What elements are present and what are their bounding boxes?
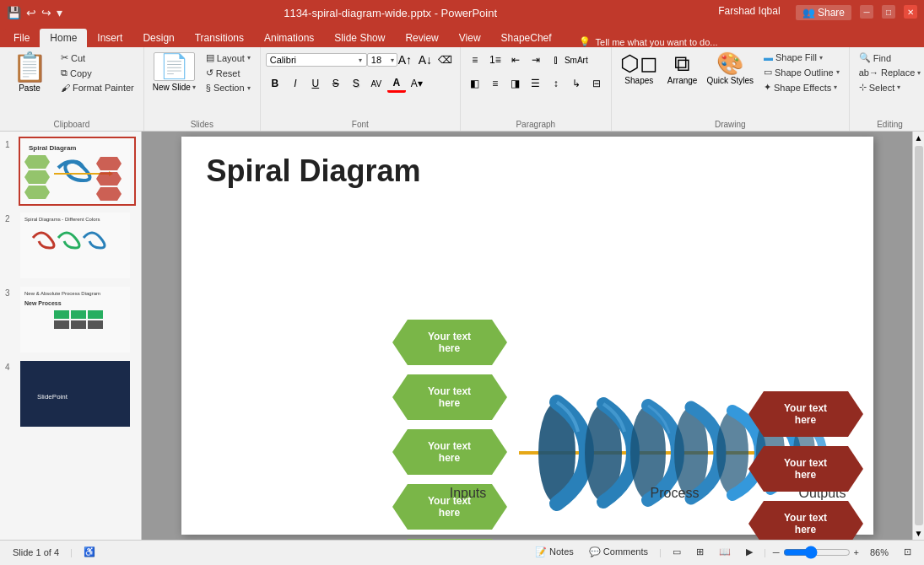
text-direction-button[interactable]: ↳ [567,74,586,93]
slide-thumb-3[interactable]: 3 New & Absolute Process Diagram New Pro… [5,285,136,354]
minimize-button[interactable]: ─ [860,5,873,19]
input-shape-3[interactable]: Your texthere [391,428,509,476]
scroll-down-button[interactable]: ▼ [915,529,923,538]
layout-button[interactable]: ▤ Layout ▾ [202,51,255,65]
tab-insert[interactable]: Insert [87,29,132,47]
shape-outline-button[interactable]: ▭ Shape Outline ▾ [759,65,844,79]
output-shape-2[interactable]: Your texthere [747,444,865,493]
strikethrough-button[interactable]: S [327,74,345,93]
cut-button[interactable]: ✂ Cut [57,51,138,65]
font-color-button[interactable]: A [387,74,406,93]
share-button[interactable]: 👥 Share [796,5,851,20]
char-spacing-button[interactable]: AV [367,74,386,93]
font-name-input[interactable] [266,53,367,67]
input-text-2: Your texthere [428,385,471,409]
smart-art-button[interactable]: SmArt [567,51,586,69]
reading-view-button[interactable]: 📖 [715,545,735,559]
shadow-button[interactable]: S [347,74,365,93]
zoom-out-button[interactable]: ─ [773,547,780,557]
select-button[interactable]: ⊹ Select ▾ [855,80,924,94]
save-icon[interactable]: 💾 [7,6,21,19]
lightbulb-icon: 💡 [579,36,591,47]
find-icon: 🔍 [859,52,871,63]
slide-thumb-4[interactable]: 4 SlidePoint [5,359,136,428]
tab-review[interactable]: Review [395,29,448,47]
tab-transitions[interactable]: Transitions [185,29,254,47]
slide-thumb-2[interactable]: 2 Spiral Diagrams - Different Colors [5,211,136,280]
tell-me[interactable]: 💡 Tell me what you want to do... [579,36,718,47]
ribbon-tabs: File Home Insert Design Transitions Anim… [0,25,924,47]
tab-slideshow[interactable]: Slide Show [324,29,395,47]
line-spacing-button[interactable]: ↕ [547,74,565,93]
process-label: Process [624,486,726,501]
input-shape-2[interactable]: Your texthere [391,373,509,422]
format-painter-button[interactable]: 🖌 Format Painter [57,81,138,94]
shapes-button[interactable]: ⬡◻ Shapes [617,51,662,87]
arrange-icon: ⧉ [674,52,690,74]
arrange-button[interactable]: ⧉ Arrange [664,51,701,87]
decrease-font-button[interactable]: A↓ [416,51,435,69]
align-center-button[interactable]: ≡ [486,74,505,93]
decrease-indent-button[interactable]: ⇤ [506,51,525,69]
paste-icon: 📋 [5,51,54,83]
user-name: Farshad Iqbal [718,5,780,20]
tab-file[interactable]: File [3,29,40,47]
replace-button[interactable]: ab→ Replace ▾ [855,66,924,79]
text-align-button[interactable]: ⊟ [587,74,606,93]
slides-label: Slides [149,120,255,129]
fit-slide-button[interactable]: ⊡ [900,545,916,559]
shape-fill-button[interactable]: ▬ Shape Fill ▾ [759,51,844,64]
paste-button[interactable]: 📋 Paste [5,51,54,93]
redo-icon[interactable]: ↪ [41,6,51,19]
zoom-slider[interactable]: ─ + [773,546,859,559]
align-right-button[interactable]: ◨ [506,74,525,93]
restore-button[interactable]: □ [882,5,895,19]
shape-effects-button[interactable]: ✦ Shape Effects ▾ [759,80,844,94]
tab-view[interactable]: View [449,29,491,47]
slideshow-button[interactable]: ▶ [742,545,757,559]
tab-shapechef[interactable]: ShapeChef [491,29,562,47]
section-button[interactable]: § Section ▾ [202,81,255,94]
find-button[interactable]: 🔍 Find [855,51,924,65]
output-shape-1[interactable]: Your texthere [747,390,865,439]
reset-button[interactable]: ↺ Reset [202,66,255,80]
copy-icon: ⧉ [61,67,68,78]
align-left-button[interactable]: ◧ [466,74,484,93]
zoom-range-input[interactable] [783,546,851,559]
close-button[interactable]: ✕ [904,5,917,19]
quick-styles-button[interactable]: 🎨 Quick Styles [703,51,757,87]
input-shape-1[interactable]: Your texthere [391,318,509,367]
zoom-in-button[interactable]: + [854,547,859,557]
tab-home[interactable]: Home [40,29,87,47]
notes-button[interactable]: 📝 Notes [531,545,578,559]
increase-font-button[interactable]: A↑ [396,51,414,69]
slide-sorter-button[interactable]: ⊞ [692,545,708,559]
slide-thumb-1[interactable]: 1 Spiral Diagram [5,137,136,206]
italic-button[interactable]: I [286,74,305,93]
comments-button[interactable]: 💬 Comments [585,545,652,559]
main-area: 1 Spiral Diagram [0,132,924,540]
bullet-list-button[interactable]: ≡ [466,51,484,69]
columns-button[interactable]: ⫿ [547,51,565,69]
customize-icon[interactable]: ▾ [57,6,62,19]
increase-indent-button[interactable]: ⇥ [527,51,545,69]
text-highlight-button[interactable]: A▾ [408,74,426,93]
scroll-thumb[interactable] [915,146,923,525]
copy-button[interactable]: ⧉ Copy [57,66,138,80]
undo-icon[interactable]: ↩ [26,6,36,19]
accessibility-button[interactable]: ♿ [79,545,100,559]
underline-button[interactable]: U [306,74,325,93]
numbered-list-button[interactable]: 1≡ [486,51,505,69]
scroll-up-button[interactable]: ▲ [915,133,923,143]
clear-format-button[interactable]: ⌫ [436,51,455,69]
tab-animations[interactable]: Animations [254,29,324,47]
right-scrollbar[interactable]: ▲ ▼ [912,132,924,540]
input-shape-5[interactable]: Your texthere [391,537,509,540]
justify-button[interactable]: ☰ [527,74,545,93]
output-shape-3[interactable]: Your texthere [747,499,865,540]
new-slide-button[interactable]: 📄 New Slide ▾ [149,51,199,94]
normal-view-button[interactable]: ▭ [668,545,685,559]
bold-button[interactable]: B [266,74,284,93]
zoom-level[interactable]: 86% [866,546,893,559]
tab-design[interactable]: Design [132,29,184,47]
